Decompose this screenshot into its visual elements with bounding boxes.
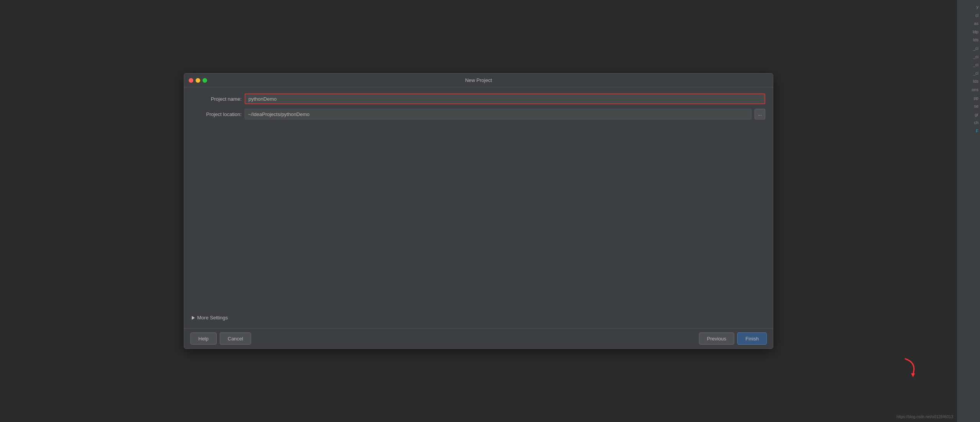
more-settings-toggle[interactable]: More Settings — [192, 313, 765, 322]
dialog-overlay: New Project Project name: Project locati… — [0, 0, 957, 422]
project-location-label: Project location: — [192, 111, 242, 117]
triangle-icon — [192, 316, 195, 320]
project-location-input[interactable] — [245, 109, 751, 119]
maximize-button[interactable] — [203, 78, 207, 83]
sidebar-text-1: y — [977, 4, 979, 11]
close-button[interactable] — [189, 78, 193, 83]
sidebar-text-7: _ci — [973, 54, 978, 61]
red-arrow-annotation — [902, 355, 924, 378]
sidebar-text-11: ons — [972, 87, 978, 93]
project-location-row: Project location: ... — [192, 109, 765, 119]
project-name-label: Project name: — [192, 96, 242, 102]
sidebar-text-15: ch — [974, 119, 978, 126]
browse-button[interactable]: ... — [755, 109, 765, 119]
cancel-button[interactable]: Cancel — [220, 332, 251, 345]
dialog-title: New Project — [465, 77, 492, 83]
svg-marker-0 — [911, 373, 915, 377]
content-area — [192, 124, 765, 309]
sidebar-text-16: F — [976, 128, 978, 135]
url-bar: https://blog.csdn.net/u012846013 — [897, 415, 953, 419]
sidebar-text-14: gr — [975, 111, 978, 118]
sidebar-text-8: _ci — [973, 62, 978, 69]
dialog-body: Project name: Project location: ... More… — [184, 87, 773, 328]
right-sidebar: y cl as ldp lds _ci _ci _ci _ci lds ons … — [957, 0, 980, 422]
help-button[interactable]: Help — [190, 332, 217, 345]
previous-button[interactable]: Previous — [699, 332, 735, 345]
project-name-row: Project name: — [192, 93, 765, 104]
footer-right-buttons: Previous Finish — [699, 332, 767, 345]
minimize-button[interactable] — [196, 78, 200, 83]
sidebar-text-4: ldp — [973, 29, 978, 36]
sidebar-text-13: se — [974, 103, 978, 110]
footer-left-buttons: Help Cancel — [190, 332, 251, 345]
sidebar-text-9: _ci — [973, 70, 978, 77]
dialog-footer: Help Cancel Previous Finish — [184, 328, 773, 348]
sidebar-text-12: pp — [974, 95, 978, 102]
sidebar-text-3: as — [974, 20, 978, 27]
new-project-dialog: New Project Project name: Project locati… — [184, 73, 773, 349]
sidebar-text-5: lds — [973, 37, 978, 44]
dialog-titlebar: New Project — [184, 74, 773, 87]
traffic-lights — [189, 78, 207, 83]
project-name-input[interactable] — [245, 93, 765, 104]
sidebar-text-2: cl — [975, 12, 978, 19]
finish-button[interactable]: Finish — [737, 332, 767, 345]
sidebar-text-6: _ci — [973, 45, 978, 52]
more-settings-label: More Settings — [197, 315, 228, 321]
sidebar-text-10: lds — [973, 78, 978, 85]
